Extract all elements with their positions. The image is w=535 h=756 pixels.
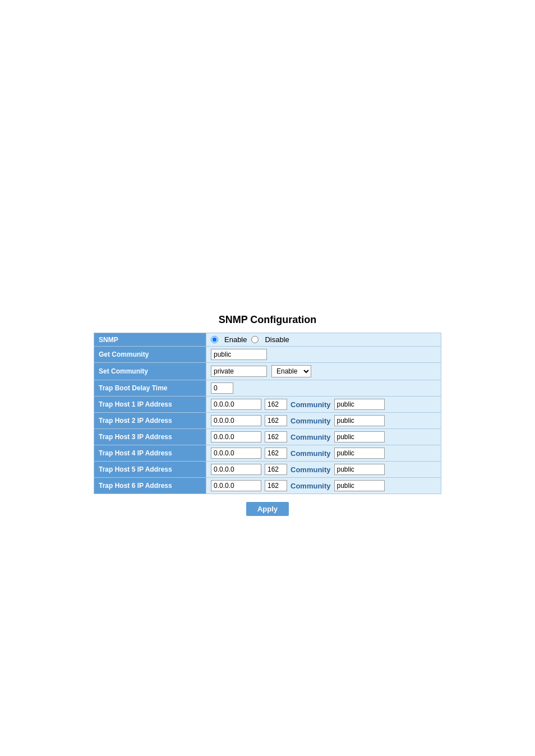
get-community-value-cell (206, 347, 441, 363)
trap-host-6-value-cell: Community (206, 478, 441, 494)
apply-button[interactable]: Apply (246, 502, 289, 516)
disable-label: Disable (265, 335, 289, 344)
trap-host-6-row: Trap Host 6 IP AddressCommunity (94, 478, 441, 494)
trap-boot-delay-row: Trap Boot Delay Time (94, 380, 441, 397)
trap-host-6-label: Trap Host 6 IP Address (94, 478, 206, 494)
snmp-row: SNMP Enable Disable (94, 333, 441, 347)
trap-host-2-port-input[interactable] (265, 415, 287, 426)
trap-boot-delay-value-cell (206, 380, 441, 397)
trap-host-4-port-input[interactable] (265, 448, 287, 459)
config-table: SNMP Enable Disable Get Community Set Co… (94, 333, 441, 494)
page-title: SNMP Configuration (219, 314, 317, 326)
trap-host-2-ip-input[interactable] (211, 415, 261, 426)
trap-host-1-row: Trap Host 1 IP AddressCommunity (94, 397, 441, 413)
trap-host-1-community-label: Community (290, 400, 331, 409)
snmp-label: SNMP (94, 333, 206, 347)
trap-host-6-port-input[interactable] (265, 480, 287, 491)
enable-label: Enable (224, 335, 247, 344)
trap-host-6-ip-input[interactable] (211, 480, 261, 491)
trap-host-3-port-input[interactable] (265, 431, 287, 442)
trap-host-2-community-label: Community (290, 417, 331, 425)
trap-host-5-value-cell: Community (206, 462, 441, 478)
trap-host-2-value-cell: Community (206, 413, 441, 429)
trap-host-1-community-input[interactable] (334, 399, 385, 410)
trap-host-4-ip-input[interactable] (211, 448, 261, 459)
get-community-row: Get Community (94, 347, 441, 363)
set-community-input[interactable] (211, 366, 267, 377)
trap-host-4-label: Trap Host 4 IP Address (94, 445, 206, 462)
trap-host-4-community-input[interactable] (334, 448, 385, 459)
trap-host-3-community-input[interactable] (334, 431, 385, 442)
trap-boot-delay-input[interactable] (211, 382, 233, 394)
trap-host-1-value-cell: Community (206, 397, 441, 413)
trap-host-1-port-input[interactable] (265, 399, 287, 410)
get-community-label: Get Community (94, 347, 206, 363)
trap-host-5-community-label: Community (290, 465, 331, 474)
snmp-value-cell: Enable Disable (206, 333, 441, 347)
page-wrapper: SNMP Configuration SNMP Enable Disable G… (0, 0, 535, 756)
trap-host-2-community-input[interactable] (334, 415, 385, 426)
trap-host-6-community-input[interactable] (334, 480, 385, 491)
trap-host-3-label: Trap Host 3 IP Address (94, 429, 206, 445)
trap-host-5-community-input[interactable] (334, 464, 385, 475)
trap-host-5-ip-input[interactable] (211, 464, 261, 475)
trap-host-4-value-cell: Community (206, 445, 441, 462)
trap-host-2-row: Trap Host 2 IP AddressCommunity (94, 413, 441, 429)
trap-host-3-value-cell: Community (206, 429, 441, 445)
trap-host-5-row: Trap Host 5 IP AddressCommunity (94, 462, 441, 478)
apply-row: Apply (246, 502, 289, 516)
trap-host-5-port-input[interactable] (265, 464, 287, 475)
set-community-row: Set Community Enable Disable (94, 363, 441, 380)
set-community-label: Set Community (94, 363, 206, 380)
set-community-value-cell: Enable Disable (206, 363, 441, 380)
trap-host-6-community-label: Community (290, 482, 331, 490)
trap-host-1-label: Trap Host 1 IP Address (94, 397, 206, 413)
trap-boot-delay-label: Trap Boot Delay Time (94, 380, 206, 397)
trap-host-4-row: Trap Host 4 IP AddressCommunity (94, 445, 441, 462)
snmp-enable-radio[interactable] (211, 336, 218, 343)
trap-host-4-community-label: Community (290, 449, 331, 458)
set-community-enable-select[interactable]: Enable Disable (271, 365, 311, 377)
trap-host-3-row: Trap Host 3 IP AddressCommunity (94, 429, 441, 445)
snmp-disable-radio[interactable] (251, 336, 259, 343)
trap-host-5-label: Trap Host 5 IP Address (94, 462, 206, 478)
trap-host-2-label: Trap Host 2 IP Address (94, 413, 206, 429)
trap-host-1-ip-input[interactable] (211, 399, 261, 410)
trap-host-3-ip-input[interactable] (211, 431, 261, 442)
get-community-input[interactable] (211, 349, 267, 360)
trap-host-3-community-label: Community (290, 433, 331, 441)
